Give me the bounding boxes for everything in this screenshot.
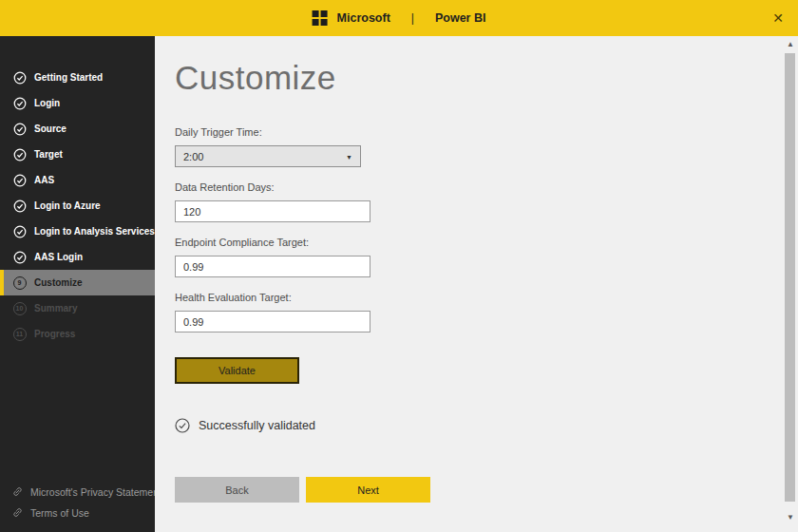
check-circle-icon: [12, 250, 27, 264]
check-circle-icon: [12, 122, 27, 136]
daily-trigger-time-label: Daily Trigger Time:: [175, 126, 361, 138]
title-bar: Microsoft | Power BI ✕: [0, 0, 798, 36]
health-evaluation-target-label: Health Evaluation Target:: [175, 292, 370, 303]
sidebar-step-login-to-analysis-services[interactable]: Login to Analysis Services: [0, 218, 155, 244]
field-data-retention-days: Data Retention Days:: [175, 181, 370, 222]
validation-status: Successfully validated: [175, 418, 315, 433]
main-panel: Customize Daily Trigger Time: 2:00 ▼ Dat…: [155, 36, 798, 532]
wizard-sidebar: Getting Started Login Source Target: [0, 36, 155, 532]
sidebar-step-aas[interactable]: AAS: [0, 167, 155, 193]
product-text: Power BI: [435, 11, 486, 25]
page-title: Customize: [175, 59, 336, 97]
next-button[interactable]: Next: [306, 477, 430, 503]
step-label: Login: [34, 98, 60, 108]
step-number-icon: 10: [12, 301, 27, 315]
wizard-steps: Getting Started Login Source Target: [0, 65, 155, 347]
privacy-statement-label: Microsoft's Privacy Statement: [30, 486, 162, 498]
step-label: AAS: [34, 175, 54, 185]
check-circle-icon: [12, 70, 27, 85]
field-health-evaluation-target: Health Evaluation Target:: [175, 292, 370, 332]
step-label: Progress: [34, 329, 75, 339]
validation-status-text: Successfully validated: [199, 419, 315, 432]
brand-text: Microsoft: [337, 11, 390, 25]
sidebar-step-customize[interactable]: 9 Customize: [0, 270, 155, 295]
step-label: Source: [34, 124, 66, 134]
step-number-icon: 9: [12, 276, 27, 290]
field-endpoint-compliance-target: Endpoint Compliance Target:: [175, 237, 370, 277]
endpoint-compliance-target-input[interactable]: [175, 256, 370, 277]
sidebar-footer: Microsoft's Privacy Statement Terms of U…: [11, 485, 162, 519]
endpoint-compliance-target-label: Endpoint Compliance Target:: [175, 237, 370, 248]
sidebar-step-login-to-azure[interactable]: Login to Azure: [0, 193, 155, 218]
back-button[interactable]: Back: [175, 477, 299, 503]
step-number-icon: 11: [12, 327, 27, 341]
check-circle-icon: [12, 147, 27, 162]
sidebar-step-summary[interactable]: 10 Summary: [0, 295, 155, 321]
link-icon: [11, 485, 24, 498]
sidebar-step-aas-login[interactable]: AAS Login: [0, 244, 155, 270]
step-label: AAS Login: [34, 252, 83, 262]
sidebar-step-source[interactable]: Source: [0, 116, 155, 142]
health-evaluation-target-input[interactable]: [175, 311, 370, 332]
field-daily-trigger-time: Daily Trigger Time: 2:00 ▼: [175, 126, 361, 167]
brand-separator: |: [411, 11, 414, 25]
check-circle-icon: [175, 418, 190, 433]
step-label: Login to Analysis Services: [34, 226, 155, 237]
scroll-up-icon[interactable]: ▲: [787, 41, 794, 48]
check-circle-icon: [12, 224, 27, 238]
sidebar-step-login[interactable]: Login: [0, 90, 155, 116]
sidebar-step-progress[interactable]: 11 Progress: [0, 321, 155, 347]
step-label: Customize: [34, 277, 83, 288]
app-window: Microsoft | Power BI ✕ Getting Started L…: [0, 0, 798, 532]
close-icon[interactable]: ✕: [770, 10, 786, 27]
check-circle-icon: [12, 173, 27, 187]
microsoft-logo-icon: [313, 10, 328, 26]
brand-group: Microsoft | Power BI: [313, 10, 486, 26]
check-circle-icon: [12, 96, 27, 110]
data-retention-days-input[interactable]: [175, 200, 370, 222]
check-circle-icon: [12, 199, 27, 213]
terms-of-use-label: Terms of Use: [30, 507, 89, 519]
step-label: Target: [34, 149, 63, 160]
step-label: Login to Azure: [34, 200, 101, 211]
terms-of-use-link[interactable]: Terms of Use: [11, 506, 162, 519]
data-retention-days-label: Data Retention Days:: [175, 181, 370, 193]
sidebar-step-target[interactable]: Target: [0, 142, 155, 167]
chevron-down-icon: ▼: [346, 153, 352, 160]
scrollbar-thumb[interactable]: [785, 53, 795, 502]
link-icon: [11, 506, 24, 519]
daily-trigger-time-value: 2:00: [183, 151, 203, 162]
scroll-down-icon[interactable]: ▼: [787, 514, 794, 522]
step-label: Getting Started: [34, 72, 103, 83]
step-label: Summary: [34, 303, 78, 314]
daily-trigger-time-select[interactable]: 2:00 ▼: [175, 145, 361, 167]
validate-button[interactable]: Validate: [175, 357, 299, 384]
sidebar-step-getting-started[interactable]: Getting Started: [0, 65, 155, 90]
privacy-statement-link[interactable]: Microsoft's Privacy Statement: [11, 485, 162, 498]
